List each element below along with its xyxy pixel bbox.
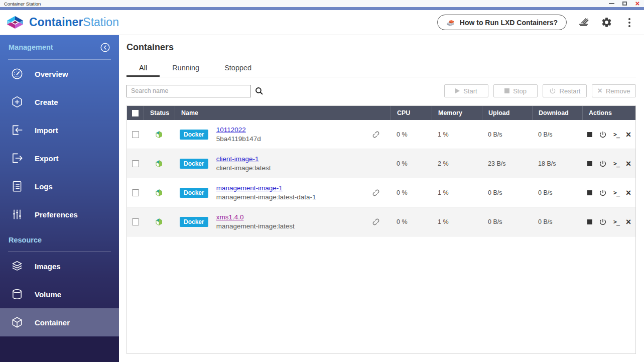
row-power-icon[interactable] xyxy=(599,218,607,226)
sidebar-item-create[interactable]: Create xyxy=(0,88,119,116)
sidebar-item-overview[interactable]: Overview xyxy=(0,60,119,88)
runtime-badge: Docker xyxy=(180,217,208,227)
tab-running[interactable]: Running xyxy=(160,60,212,77)
search-icon[interactable] xyxy=(254,86,264,96)
app-title: ContainerStation xyxy=(29,16,119,29)
settings-gear-icon[interactable] xyxy=(600,16,613,29)
download-value: 0 B/s xyxy=(532,178,582,207)
play-icon xyxy=(455,88,460,93)
row-terminal-icon[interactable]: >_ xyxy=(613,131,619,138)
cpu-value: 0 % xyxy=(391,120,432,149)
row-stop-icon[interactable] xyxy=(587,190,592,195)
sidebar-item-label: Create xyxy=(35,98,58,106)
minimize-icon xyxy=(609,3,614,4)
download-value: 0 B/s xyxy=(532,207,582,236)
row-checkbox[interactable] xyxy=(132,189,139,196)
container-station-logo-icon xyxy=(6,14,24,31)
tab-all[interactable]: All xyxy=(126,60,160,77)
sidebar-item-import[interactable]: Import xyxy=(0,116,119,144)
row-remove-icon[interactable]: × xyxy=(626,160,631,167)
stop-button[interactable]: Stop xyxy=(493,84,538,97)
container-image: client-image:latest xyxy=(216,164,271,172)
column-upload: Upload xyxy=(482,106,532,120)
lxd-boxes-icon xyxy=(446,19,455,27)
app-header: ContainerStation How to Run LXD Containe… xyxy=(0,10,644,35)
sidebar-item-export[interactable]: Export xyxy=(0,144,119,172)
row-checkbox[interactable] xyxy=(132,218,139,225)
sidebar-item-images[interactable]: Images xyxy=(0,252,119,280)
sidebar-item-label: Overview xyxy=(35,70,68,78)
row-remove-icon[interactable]: × xyxy=(626,218,631,225)
container-name-link[interactable]: management-image-1 xyxy=(216,184,283,192)
table-row: Docker management-image-1 management-ima… xyxy=(127,178,635,207)
row-power-icon[interactable] xyxy=(599,160,607,168)
sidebar-item-volume[interactable]: Volume xyxy=(0,280,119,308)
runtime-badge: Docker xyxy=(180,130,208,140)
row-terminal-icon[interactable]: >_ xyxy=(613,189,619,196)
row-remove-icon[interactable]: × xyxy=(626,189,631,196)
memory-value: 1 % xyxy=(432,178,482,207)
url-link-icon[interactable] xyxy=(371,130,380,139)
sidebar-item-logs[interactable]: Logs xyxy=(0,172,119,200)
container-tabs: All Running Stopped xyxy=(126,60,636,77)
container-name-link[interactable]: 10112022 xyxy=(216,126,246,134)
upload-value: 23 B/s xyxy=(482,149,532,178)
close-icon: × xyxy=(635,1,640,6)
sidebar-section-resource: Resource xyxy=(9,236,42,244)
row-stop-icon[interactable] xyxy=(587,132,592,137)
images-layers-icon xyxy=(11,260,24,273)
row-checkbox[interactable] xyxy=(132,131,139,138)
lxd-help-button[interactable]: How to Run LXD Containers? xyxy=(437,15,567,30)
power-icon xyxy=(549,87,556,94)
container-name-link[interactable]: xms1.4.0 xyxy=(216,213,244,221)
maximize-button[interactable] xyxy=(621,0,628,7)
window-title: Container Station xyxy=(4,1,41,7)
url-link-icon[interactable] xyxy=(371,217,380,226)
table-row: Docker xms1.4.0 management-image:latest … xyxy=(127,207,635,236)
select-all-checkbox[interactable] xyxy=(132,110,139,116)
create-hexagon-plus-icon xyxy=(11,95,24,108)
row-checkbox[interactable] xyxy=(132,160,139,167)
sidebar-item-label: Logs xyxy=(35,182,53,191)
export-icon xyxy=(11,152,24,165)
lxd-help-label: How to Run LXD Containers? xyxy=(460,19,558,27)
close-button[interactable]: × xyxy=(634,0,641,7)
row-power-icon[interactable] xyxy=(599,131,607,139)
container-image: management-image:latest xyxy=(216,222,295,230)
url-link-icon[interactable] xyxy=(371,188,380,197)
containers-table: Status Name CPU Memory Upload Download A… xyxy=(126,105,636,354)
cpu-value: 0 % xyxy=(391,207,432,236)
container-name-link[interactable]: client-image-1 xyxy=(216,155,259,163)
restart-button[interactable]: Restart xyxy=(543,84,587,97)
background-tasks-icon[interactable] xyxy=(577,16,590,29)
row-terminal-icon[interactable]: >_ xyxy=(613,218,619,225)
minimize-button[interactable] xyxy=(608,0,615,7)
preferences-sliders-icon xyxy=(11,208,24,221)
runtime-badge: Docker xyxy=(180,159,208,169)
sidebar-item-label: Container xyxy=(35,318,70,327)
cpu-value: 0 % xyxy=(391,178,432,207)
row-stop-icon[interactable] xyxy=(587,219,592,224)
more-menu-icon[interactable] xyxy=(623,16,636,29)
column-cpu: CPU xyxy=(391,106,432,120)
chevron-left-circle-icon xyxy=(100,42,110,53)
container-cube-icon xyxy=(11,316,24,329)
overview-gauge-icon xyxy=(11,67,24,80)
sidebar-collapse-button[interactable] xyxy=(100,42,110,53)
row-remove-icon[interactable]: × xyxy=(626,131,631,138)
restart-label: Restart xyxy=(560,87,581,95)
status-running-icon xyxy=(155,188,164,197)
start-button[interactable]: Start xyxy=(444,84,488,97)
row-power-icon[interactable] xyxy=(599,189,607,197)
row-stop-icon[interactable] xyxy=(587,161,592,166)
tab-stopped[interactable]: Stopped xyxy=(212,60,264,77)
sidebar-item-preferences[interactable]: Preferences xyxy=(0,200,119,228)
page-title: Containers xyxy=(126,42,174,53)
row-terminal-icon[interactable]: >_ xyxy=(613,160,619,167)
remove-button[interactable]: × Remove xyxy=(592,84,636,97)
search-input[interactable] xyxy=(126,85,251,97)
upload-value: 0 B/s xyxy=(482,178,532,207)
stop-icon xyxy=(504,88,509,93)
status-running-icon xyxy=(155,159,164,168)
sidebar-item-container[interactable]: Container xyxy=(0,308,119,336)
